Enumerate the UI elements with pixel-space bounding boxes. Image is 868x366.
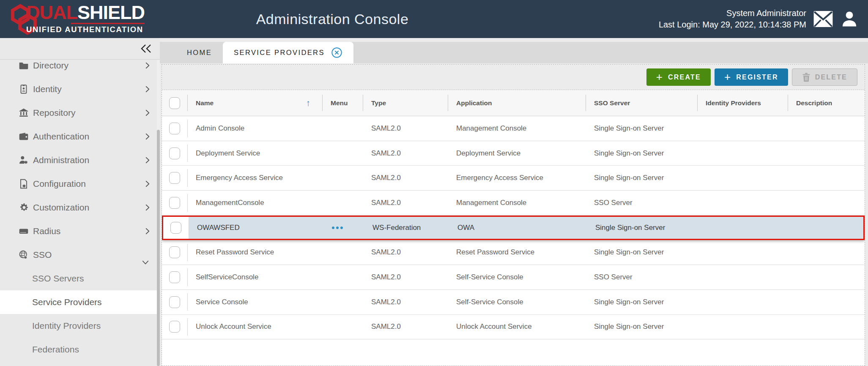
chevron-right-icon <box>143 180 152 188</box>
sidebar-collapse-icon[interactable] <box>140 42 153 55</box>
cell-sso-server: Single Sign-on Server <box>586 166 697 190</box>
sidebar-item-sso[interactable]: SSO <box>0 243 157 267</box>
column-header-type[interactable]: Type <box>363 90 448 116</box>
app-body: DirectoryIdentityRepositoryAuthenticatio… <box>0 38 868 366</box>
row-checkbox[interactable] <box>169 123 180 134</box>
table-row-admin-console[interactable]: Admin Console SAML2.0 Management Console… <box>162 116 865 141</box>
identity-icon <box>18 84 29 95</box>
brand-rule <box>71 23 145 24</box>
row-checkbox[interactable] <box>169 197 180 209</box>
sidebar-scrollbar[interactable] <box>157 60 160 366</box>
sidebar-top <box>0 38 160 60</box>
table-row-emergency-access-service[interactable]: Emergency Access Service SAML2.0 Emergen… <box>162 166 865 191</box>
delete-button[interactable]: DELETE <box>792 68 857 86</box>
table-row-selfserviceconsole[interactable]: SelfServiceConsole SAML2.0 Self-Service … <box>162 265 865 290</box>
table-row-reset-password-service[interactable]: Reset Password Service SAML2.0 Reset Pas… <box>162 240 865 265</box>
cell-name: Unlock Account Service <box>187 315 322 339</box>
column-header-sso-server[interactable]: SSO Server <box>586 90 697 116</box>
repository-icon <box>18 107 29 119</box>
cell-description <box>788 290 865 314</box>
row-checkbox[interactable] <box>169 246 180 258</box>
row-checkbox[interactable] <box>169 296 180 308</box>
cell-description <box>788 315 865 339</box>
column-header-application[interactable]: Application <box>448 90 586 116</box>
column-header-description[interactable]: Description <box>788 90 865 116</box>
table-row-managementconsole[interactable]: ManagementConsole SAML2.0 Management Con… <box>162 191 865 216</box>
row-checkbox[interactable] <box>169 321 180 333</box>
sidebar-item-label: Authentication <box>33 131 89 142</box>
sidebar-item-radius[interactable]: Radius <box>0 219 157 243</box>
row-checkbox-cell <box>162 191 187 215</box>
row-checkbox-cell <box>163 217 189 239</box>
cell-application: Management Console <box>448 116 586 141</box>
sidebar-item-authentication[interactable]: Authentication <box>0 125 157 148</box>
radius-icon <box>18 226 29 237</box>
create-button[interactable]: + CREATE <box>646 68 711 86</box>
cell-identity-providers <box>697 166 788 190</box>
sidebar-scrollbar-thumb[interactable] <box>157 130 160 366</box>
cell-name: Reset Password Service <box>187 240 322 265</box>
cell-menu <box>322 315 363 339</box>
table-row-unlock-account-service[interactable]: Unlock Account Service SAML2.0 Unlock Ac… <box>162 315 865 340</box>
dualshield-logo: DUALSHIELD UNIFIED AUTHENTICATION <box>10 3 145 35</box>
sidebar-item-federations[interactable]: Federations <box>0 338 157 361</box>
table-row-service-console[interactable]: Service Console SAML2.0 Self-Service Con… <box>162 290 865 315</box>
sidebar-item-repository[interactable]: Repository <box>0 101 157 125</box>
last-login: Last Login: May 29, 2022, 10:14:38 PM <box>659 19 806 30</box>
cell-name: SelfServiceConsole <box>187 265 322 290</box>
column-header-identity-providers[interactable]: Identity Providers <box>697 90 788 116</box>
brand-name: DUALSHIELD <box>26 3 145 22</box>
cell-type: SAML2.0 <box>363 315 448 339</box>
sidebar-subitem-label: Service Providers <box>32 297 102 307</box>
tab-service-providers[interactable]: SERVICE PROVIDERS <box>223 42 353 63</box>
row-checkbox[interactable] <box>169 271 180 283</box>
tab-label: SERVICE PROVIDERS <box>234 49 325 57</box>
sidebar-item-sso-servers[interactable]: SSO Servers <box>0 267 157 290</box>
sidebar-item-configuration[interactable]: Configuration <box>0 172 157 196</box>
cell-menu <box>323 217 364 239</box>
column-header-name[interactable]: Name↑ <box>187 90 322 116</box>
row-checkbox-cell <box>162 141 187 166</box>
sidebar-subitem-label: Identity Providers <box>32 321 101 331</box>
register-button[interactable]: + REGISTER <box>715 68 788 86</box>
cell-application: Management Console <box>448 191 586 215</box>
table-header-row: Name↑ Menu Type Application SSO Server I… <box>162 90 865 116</box>
cell-description <box>788 191 865 215</box>
cell-identity-providers <box>697 191 788 215</box>
cell-application: OWA <box>449 217 587 239</box>
table-body: Admin Console SAML2.0 Management Console… <box>162 116 865 339</box>
dualshield-admin-console: DUALSHIELD UNIFIED AUTHENTICATION Admini… <box>0 0 868 366</box>
cell-sso-server: Single Sign-on Server <box>587 217 698 239</box>
tab-home[interactable]: HOME <box>176 42 223 63</box>
sidebar-subitem-label: Federations <box>32 344 79 355</box>
column-header-menu[interactable]: Menu <box>322 90 363 116</box>
row-checkbox[interactable] <box>170 222 181 234</box>
tab-close-icon[interactable] <box>331 47 342 58</box>
cell-identity-providers <box>697 290 788 314</box>
cell-description <box>788 240 865 265</box>
cell-description <box>788 116 865 141</box>
cell-description <box>788 265 865 290</box>
sidebar-item-identity[interactable]: Identity <box>0 77 157 101</box>
cell-sso-server: Single Sign-on Server <box>586 141 697 166</box>
select-all-checkbox[interactable] <box>169 97 180 109</box>
sort-ascending-icon[interactable]: ↑ <box>306 98 311 108</box>
sidebar-item-directory[interactable]: Directory <box>0 60 157 77</box>
cell-identity-providers <box>698 217 789 239</box>
table-row-owawsfed[interactable]: OWAWSFED WS-Federation OWA Single Sign-o… <box>162 216 865 240</box>
customization-icon <box>18 202 29 213</box>
cell-description <box>788 166 865 190</box>
sidebar-subitem-label: SSO Servers <box>32 273 84 284</box>
column-header-label: Identity Providers <box>706 99 761 107</box>
mail-icon[interactable] <box>813 10 833 28</box>
chevron-down-icon <box>141 258 150 267</box>
sidebar-item-identity-providers[interactable]: Identity Providers <box>0 314 157 338</box>
sidebar-item-service-providers[interactable]: Service Providers <box>0 290 157 314</box>
sidebar-item-customization[interactable]: Customization <box>0 196 157 219</box>
user-profile-icon[interactable] <box>840 10 859 28</box>
row-checkbox[interactable] <box>169 147 180 159</box>
row-checkbox[interactable] <box>169 172 180 184</box>
table-row-deployment-service[interactable]: Deployment Service SAML2.0 Deployment Se… <box>162 141 865 166</box>
sidebar-item-administration[interactable]: Administration <box>0 148 157 172</box>
row-menu-button[interactable] <box>332 227 343 229</box>
